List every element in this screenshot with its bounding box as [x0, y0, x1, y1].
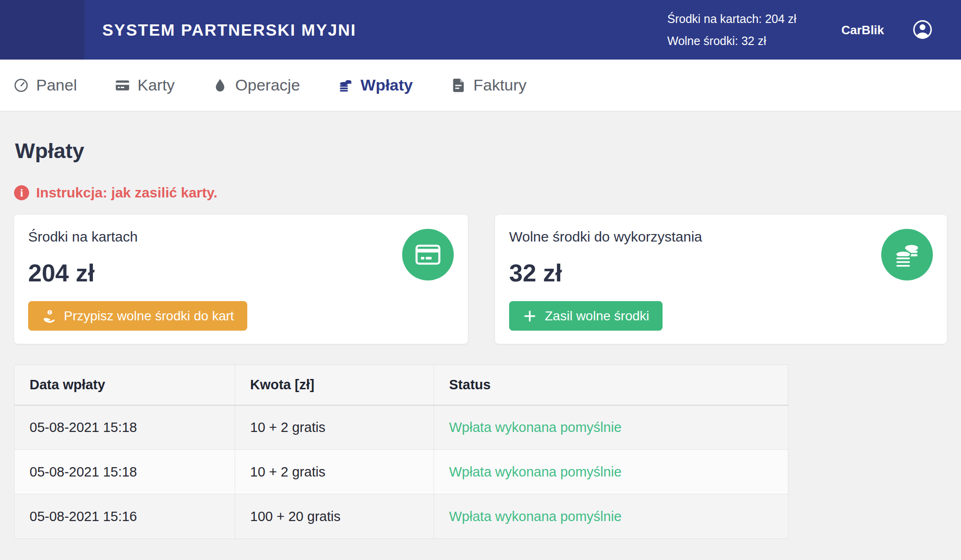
water-drop-icon	[212, 77, 228, 93]
app-title: SYSTEM PARTNERSKI MYJNI	[102, 21, 356, 39]
instruction-text: Instrukcja: jak zasilić karty.	[36, 185, 217, 201]
instruction-link[interactable]: i Instrukcja: jak zasilić karty.	[14, 185, 947, 201]
coins-icon	[337, 77, 353, 93]
column-header-amount: Kwota [zł]	[235, 365, 434, 405]
nav-item-faktury[interactable]: Faktury	[450, 76, 526, 94]
card-value: 32 zł	[509, 259, 933, 287]
card-funds-on-cards: Środki na kartach 204 zł Przypisz wolne …	[14, 215, 468, 344]
nav-item-panel[interactable]: Panel	[13, 76, 77, 94]
balance-free: Wolne środki: 32 zł	[667, 30, 796, 52]
nav-label: Operacje	[235, 76, 300, 94]
column-header-date: Data wpłaty	[15, 365, 235, 405]
nav-item-wplaty[interactable]: Wpłaty	[337, 76, 412, 94]
header-balances: Środki na kartach: 204 zł Wolne środki: …	[667, 8, 796, 52]
nav-label: Faktury	[473, 76, 526, 94]
logo-area	[0, 0, 84, 60]
nav-item-karty[interactable]: Karty	[114, 76, 175, 94]
payments-table: Data wpłaty Kwota [zł] Status 05-08-2021…	[14, 364, 788, 539]
cell-status: Wpłata wykonana pomyślnie	[434, 405, 788, 450]
invoice-icon	[450, 77, 466, 93]
account-circle-icon[interactable]	[912, 19, 933, 40]
cell-amount: 10 + 2 gratis	[235, 405, 434, 450]
credit-card-circle-icon	[402, 229, 454, 280]
coins-circle-icon	[881, 229, 933, 280]
card-free-funds: Wolne środki do wykorzystania 32 zł Zasi…	[495, 215, 947, 344]
card-value: 204 zł	[28, 259, 454, 287]
table-row: 05-08-2021 15:16 100 + 20 gratis Wpłata …	[15, 494, 788, 539]
gauge-icon	[13, 77, 29, 93]
plus-icon	[522, 309, 537, 324]
app-header: SYSTEM PARTNERSKI MYJNI Środki na kartac…	[0, 0, 961, 60]
hand-dollar-icon	[41, 309, 56, 324]
cell-amount: 10 + 2 gratis	[235, 450, 434, 494]
page-title: Wpłaty	[15, 139, 947, 163]
nav-label: Karty	[137, 76, 175, 94]
assign-funds-button[interactable]: Przypisz wolne środki do kart	[28, 301, 247, 331]
card-title: Środki na kartach	[28, 229, 454, 245]
cell-date: 05-08-2021 15:18	[15, 450, 235, 494]
top-up-funds-button[interactable]: Zasil wolne środki	[509, 301, 663, 331]
table-row: 05-08-2021 15:18 10 + 2 gratis Wpłata wy…	[15, 405, 788, 450]
cell-date: 05-08-2021 15:18	[15, 405, 235, 450]
table-header-row: Data wpłaty Kwota [zł] Status	[15, 365, 788, 405]
card-title: Wolne środki do wykorzystania	[509, 229, 933, 245]
cell-amount: 100 + 20 gratis	[235, 494, 434, 539]
table-row: 05-08-2021 15:18 10 + 2 gratis Wpłata wy…	[15, 450, 788, 494]
column-header-status: Status	[434, 365, 788, 405]
cell-status: Wpłata wykonana pomyślnie	[434, 494, 788, 539]
summary-cards: Środki na kartach 204 zł Przypisz wolne …	[14, 215, 947, 344]
partner-name[interactable]: CarBlik	[841, 23, 884, 37]
cell-status: Wpłata wykonana pomyślnie	[434, 450, 788, 494]
main-content: Wpłaty i Instrukcja: jak zasilić karty. …	[0, 139, 961, 539]
nav-item-operacje[interactable]: Operacje	[212, 76, 300, 94]
main-nav: Panel Karty Operacje Wpłaty	[0, 60, 961, 112]
nav-label: Panel	[36, 76, 77, 94]
nav-label: Wpłaty	[360, 76, 412, 94]
button-label: Przypisz wolne środki do kart	[64, 309, 234, 324]
balance-on-cards: Środki na kartach: 204 zł	[667, 8, 796, 30]
button-label: Zasil wolne środki	[545, 309, 649, 324]
credit-card-icon	[114, 77, 130, 93]
info-icon: i	[14, 185, 29, 200]
cell-date: 05-08-2021 15:16	[15, 494, 235, 539]
